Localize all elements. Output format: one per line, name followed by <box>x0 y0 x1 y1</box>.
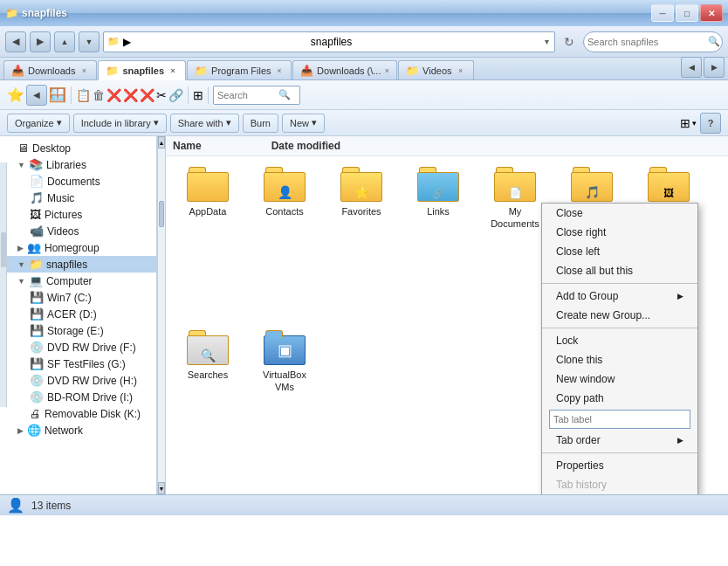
sidebar-item-network[interactable]: ▶ 🌐 Network <box>0 422 156 438</box>
tab-bar: 📥 Downloads × 📁 snapfiles × 📁 Program Fi… <box>0 58 728 80</box>
refresh-button[interactable]: ↻ <box>559 31 580 52</box>
sidebar-item-dvdf[interactable]: 💿 DVD RW Drive (F:) <box>0 339 156 355</box>
sidebar-item-videos[interactable]: 📹 Videos <box>0 223 156 239</box>
sidebar-label-snapfiles: snapfiles <box>46 259 87 271</box>
context-menu: Close Close right Close left Close all b… <box>541 203 698 494</box>
toolbar-search-box[interactable]: 🔍 <box>213 86 300 105</box>
sidebar-scroll-thumb[interactable] <box>159 201 164 227</box>
tab-close-programfiles[interactable]: × <box>275 66 285 76</box>
ctx-sep1 <box>542 283 697 284</box>
sidebar-item-documents[interactable]: 📄 Documents <box>0 173 156 190</box>
tab-videos[interactable]: 📁 Videos × <box>398 60 473 79</box>
include-library-button[interactable]: Include in library ▾ <box>73 114 167 133</box>
sidebar-item-bdi[interactable]: 💿 BD-ROM Drive (I:) <box>0 389 156 405</box>
file-item-appdata[interactable]: AppData <box>173 163 243 320</box>
ctx-tab-order[interactable]: Tab order ▶ <box>542 431 697 450</box>
ctx-clone-this[interactable]: Clone this <box>542 350 697 369</box>
title-bar-left: 📁 snapfiles <box>5 7 67 19</box>
ctx-add-to-group[interactable]: Add to Group ▶ <box>542 286 697 306</box>
tab-close-downloads2[interactable]: × <box>384 66 389 76</box>
search-input[interactable] <box>587 37 708 47</box>
ctx-close[interactable]: Close <box>542 204 697 223</box>
share-with-button[interactable]: Share with ▾ <box>170 114 239 133</box>
sidebar-item-storagee[interactable]: 💾 Storage (E:) <box>0 322 156 339</box>
view-options[interactable]: ⊞ ▾ <box>680 116 697 130</box>
tab-programfiles[interactable]: 📁 Program Files × <box>187 60 292 79</box>
organize-arrow: ▾ <box>57 117 62 128</box>
tab-close-videos[interactable]: × <box>456 66 466 76</box>
address-bar[interactable]: 📁 ▶ snapfiles ▼ <box>103 31 555 52</box>
toolbar-icon3: ❌ <box>106 88 121 102</box>
sidebar-item-computer[interactable]: ▼ 💻 Computer <box>0 273 156 289</box>
ctx-close-left[interactable]: Close left <box>542 242 697 261</box>
ctx-tab-label-row <box>542 408 697 431</box>
ctx-close-right[interactable]: Close right <box>542 223 697 242</box>
sidebar-scroll-up[interactable]: ▲ <box>158 136 165 148</box>
up-button[interactable]: ▲ <box>54 31 75 52</box>
ctx-new-window[interactable]: New window <box>542 369 697 389</box>
tab-scroll-right[interactable]: ▶ <box>704 57 725 78</box>
sidebar-item-libraries[interactable]: ▼ 📚 Libraries <box>0 156 156 173</box>
folder-body: 👤 <box>264 172 306 202</box>
sidebar-scrollbar[interactable]: ▲ ▼ <box>157 136 166 494</box>
maximize-button[interactable]: □ <box>676 4 698 22</box>
sidebar-item-desktop[interactable]: 🖥 Desktop <box>0 140 156 156</box>
burn-button[interactable]: Burn <box>243 114 278 133</box>
sidebar-item-winc[interactable]: 💾 Win7 (C:) <box>0 289 156 306</box>
ctx-tab-label-input[interactable] <box>549 410 690 429</box>
ctx-lock[interactable]: Lock <box>542 331 697 350</box>
file-item-mydocuments[interactable]: 📄 My Documents <box>480 163 550 320</box>
recent-locations-button[interactable]: ▼ <box>79 31 100 52</box>
organize-label: Organize <box>15 118 54 128</box>
tab-close-downloads1[interactable]: × <box>79 66 89 76</box>
sidebar-item-acerd[interactable]: 💾 ACER (D:) <box>0 306 156 322</box>
ctx-create-new-group[interactable]: Create new Group... <box>542 306 697 325</box>
sidebar-scroll-down[interactable]: ▼ <box>158 482 165 494</box>
file-item-searches[interactable]: 🔍 Searches <box>173 327 243 483</box>
back-button[interactable]: ◀ <box>5 31 26 52</box>
file-item-contacts[interactable]: 👤 Contacts <box>250 163 319 320</box>
tab-downloads2[interactable]: 📥 Downloads (\... × <box>292 60 397 79</box>
pictures-icon: 🖼 <box>30 208 41 221</box>
close-button[interactable]: ✕ <box>700 4 723 22</box>
ctx-properties[interactable]: Properties <box>542 456 697 475</box>
folder-body: 🔗 <box>417 172 459 202</box>
sidebar-label-libraries: Libraries <box>46 159 86 171</box>
sidebar-item-homegroup[interactable]: ▶ 👥 Homegroup <box>0 239 156 256</box>
folder-icon-mydocuments: 📄 <box>494 167 536 202</box>
removablek-icon: 🖨 <box>30 407 41 420</box>
sidebar-item-sfg[interactable]: 💾 SF TestFiles (G:) <box>0 355 156 372</box>
tab-scroll-left[interactable]: ◀ <box>681 57 702 78</box>
address-dropdown-arrow[interactable]: ▼ <box>543 38 551 46</box>
ctx-new-window-label: New window <box>556 373 615 385</box>
folder-body: 📄 <box>494 172 536 202</box>
search-icon[interactable]: 🔍 <box>708 36 720 47</box>
ctx-close-all-but-this[interactable]: Close all but this <box>542 261 697 280</box>
new-button[interactable]: New ▾ <box>282 114 325 133</box>
organize-button[interactable]: Organize ▾ <box>7 114 70 133</box>
tab-snapfiles[interactable]: 📁 snapfiles × <box>98 60 186 80</box>
snapfiles-icon: 📁 <box>29 258 43 271</box>
sidebar-item-snapfiles[interactable]: ▼ 📁 snapfiles <box>0 256 156 273</box>
sidebar-item-dvdh[interactable]: 💿 DVD RW Drive (H:) <box>0 372 156 389</box>
sidebar-item-pictures[interactable]: 🖼 Pictures <box>0 206 156 223</box>
title-bar: 📁 snapfiles ─ □ ✕ <box>0 0 728 26</box>
ctx-copy-path[interactable]: Copy path <box>542 389 697 408</box>
help-button[interactable]: ? <box>700 113 721 134</box>
file-item-links[interactable]: 🔗 Links <box>403 163 473 320</box>
folder-icon-appdata <box>187 167 229 202</box>
sidebar-item-removablek[interactable]: 🖨 Removable Disk (K:) <box>0 405 156 422</box>
folder-body: 🎵 <box>571 172 613 202</box>
toolbar-search-icon[interactable]: 🔍 <box>278 89 291 100</box>
toolbar-back-btn[interactable]: ◀ <box>26 85 47 106</box>
forward-button[interactable]: ▶ <box>30 31 51 52</box>
tab-close-snapfiles[interactable]: × <box>168 66 178 76</box>
file-item-favorites[interactable]: ⭐ Favorites <box>326 163 396 320</box>
minimize-button[interactable]: ─ <box>651 4 674 22</box>
sidebar-item-music[interactable]: 🎵 Music <box>0 190 156 206</box>
search-box[interactable]: 🔍 <box>583 31 723 52</box>
toolbar-search-input[interactable] <box>217 90 278 100</box>
file-item-virtualbox[interactable]: ▣ VirtualBox VMs <box>250 327 319 483</box>
tab-label-videos: Videos <box>422 66 451 76</box>
tab-downloads1[interactable]: 📥 Downloads × <box>3 60 97 79</box>
